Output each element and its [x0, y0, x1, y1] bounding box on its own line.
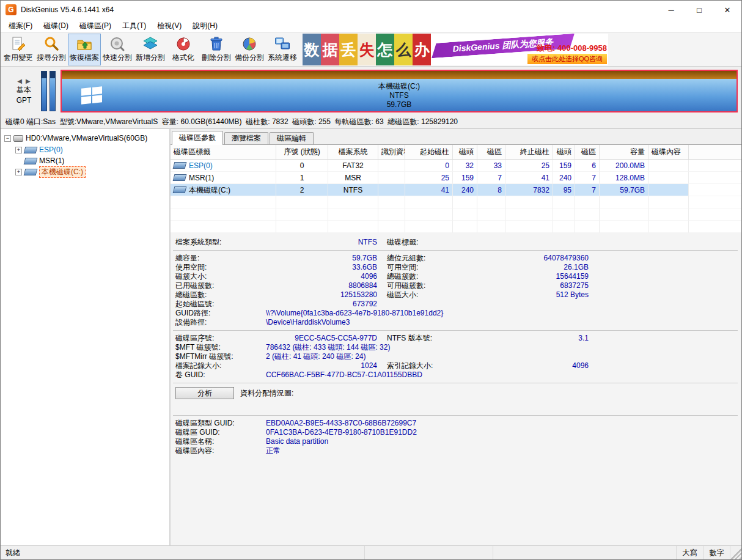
tree-root-label: HD0:VMware,VMwareVirtualS(60GB) — [26, 134, 147, 142]
row-cell — [600, 221, 648, 233]
row-cell-filler — [689, 208, 741, 221]
detail-row: 磁碟區類型 GUID:EBD0A0A2-B9E5-4433-87C0-68B6B… — [172, 419, 739, 428]
title-bar: G DiskGenius V5.4.6.1441 x64 ─ □ ✕ — [1, 1, 741, 19]
row-cell — [648, 172, 689, 184]
tool-button-label: 套用變更 — [4, 53, 33, 63]
row-cell: 33 — [477, 160, 505, 172]
partition-icon — [24, 147, 38, 153]
disk-selector-bar[interactable] — [50, 71, 56, 111]
column-header-11[interactable]: 磁碟內容 — [648, 145, 689, 159]
row-cell — [648, 208, 689, 221]
format-button[interactable]: 格式化 — [167, 34, 200, 65]
column-header-7[interactable]: 終止磁柱 — [505, 145, 553, 159]
apply-changes-button[interactable]: 套用變更 — [2, 34, 35, 65]
partition-icon — [173, 162, 187, 169]
menu-item-1[interactable]: 磁碟(D) — [38, 20, 74, 32]
table-row[interactable]: 本機磁碟(C:)2NTFS412408783295759.7GB — [171, 184, 741, 196]
detail-value: \Device\HarddiskVolume3 — [266, 318, 350, 327]
row-cell: 0 — [276, 160, 328, 172]
tab-0[interactable]: 磁碟區參數 — [172, 131, 223, 145]
row-cell — [648, 184, 689, 196]
tree-expander-icon[interactable]: + — [15, 147, 22, 153]
row-cell — [378, 221, 405, 233]
format-icon — [175, 36, 191, 52]
disk-type-label: 基本 — [17, 85, 31, 95]
partition-bar-c[interactable]: 本機磁碟(C:) NTFS 59.7GB — [61, 70, 738, 112]
detail-label: 卷 GUID: — [175, 370, 266, 380]
detail-value: 正常 — [266, 446, 281, 455]
row-cell — [575, 208, 600, 221]
menu-item-0[interactable]: 檔案(F) — [3, 20, 38, 32]
menu-item-3[interactable]: 工具(T) — [117, 20, 152, 32]
maximize-button[interactable]: □ — [685, 1, 713, 19]
table-row[interactable] — [171, 196, 741, 208]
detail-label: 磁簇大小: — [175, 272, 266, 281]
analyze-button[interactable]: 分析 — [175, 387, 234, 399]
row-label: ESP(0) — [189, 160, 213, 172]
ad-banner[interactable]: 数据丢失怎么办 DiskGenius 团队为您服务 致电: 400-008-99… — [303, 34, 608, 65]
system-migration-button[interactable]: 系統遷移 — [266, 34, 299, 65]
tree-item-2[interactable]: +本機磁碟(C:) — [1, 166, 169, 177]
column-header-10[interactable]: 容量 — [600, 145, 648, 159]
search-partition-button[interactable]: 搜尋分割 — [35, 34, 68, 65]
detail-row: 卷 GUID:CCF66BAC-F5BF-477D-BC57-C1A01155D… — [172, 370, 739, 380]
tab-1[interactable]: 瀏覽檔案 — [224, 132, 268, 144]
menu-item-2[interactable]: 磁碟區(P) — [74, 20, 117, 32]
partition-bar-header — [62, 71, 736, 79]
row-cell — [276, 208, 328, 221]
row-cell: 25 — [405, 172, 453, 184]
detail-value: 0FA1C3BA-D623-4E7B-9180-8710B1E91DD2 — [266, 428, 417, 437]
app-logo-icon: G — [6, 4, 17, 15]
detail-label: 檔案記錄大小: — [175, 361, 266, 370]
minimize-button[interactable]: ─ — [657, 1, 685, 19]
next-disk-arrow[interactable]: ▶ — [26, 78, 34, 84]
backup-partition-button[interactable]: 備份分割 — [233, 34, 266, 65]
tab-strip: 磁碟區參數瀏覽檔案磁區編輯 — [171, 129, 741, 144]
table-row[interactable] — [171, 221, 741, 233]
ad-phone-number: 致电: 400-008-9958 — [537, 43, 607, 54]
column-header-4[interactable]: 起始磁柱 — [405, 145, 453, 159]
row-cell — [477, 196, 505, 208]
detail-value: EBD0A0A2-B9E5-4433-87C0-68B6B72699C7 — [266, 419, 416, 428]
delete-partition-button[interactable]: 刪除分割 — [200, 34, 233, 65]
partition-name: 本機磁碟(C:) — [62, 81, 736, 90]
tree-item-0[interactable]: +ESP(0) — [1, 144, 169, 155]
detail-row: 磁簇大小:4096總磁簇數:15644159 — [172, 272, 739, 281]
detail-value: 786432 (磁柱: 433 磁頭: 144 磁區: 32) — [266, 343, 390, 352]
column-header-6[interactable]: 磁區 — [477, 145, 505, 159]
column-header-9[interactable]: 磁區 — [575, 145, 600, 159]
detail-value: 15644159 — [490, 272, 589, 281]
ad-char-tile: 么 — [394, 34, 413, 65]
table-row[interactable] — [171, 208, 741, 221]
detail-label: 總容量: — [175, 254, 266, 263]
tree-expander-icon[interactable]: + — [15, 169, 22, 175]
resize-grip[interactable] — [730, 546, 741, 559]
table-row[interactable]: MSR(1)1MSR251597412407128.0MB — [171, 172, 741, 184]
tree-root-item[interactable]: − HD0:VMware,VMwareVirtualS(60GB) — [1, 133, 169, 144]
recover-files-button[interactable]: 恢復檔案 — [68, 34, 101, 65]
column-header-0[interactable]: 磁碟區標籤 — [171, 145, 276, 159]
disk-selector-bars[interactable] — [41, 71, 56, 111]
prev-disk-arrow[interactable]: ◀ — [17, 78, 26, 84]
tab-2[interactable]: 磁區編輯 — [270, 132, 314, 144]
tree-item-1[interactable]: +MSR(1) — [1, 155, 169, 166]
column-header-1[interactable]: 序號 (狀態) — [276, 145, 328, 159]
disk-selector-bar[interactable] — [41, 71, 47, 111]
row-cell — [453, 196, 477, 208]
ad-qq-link[interactable]: 或点击此处选择QQ咨询 — [527, 54, 607, 64]
menu-item-5[interactable]: 說明(H) — [187, 20, 223, 32]
quick-partition-button[interactable]: 快速分割 — [101, 34, 134, 65]
row-cell — [378, 196, 405, 208]
close-button[interactable]: ✕ — [713, 1, 741, 19]
menu-item-4[interactable]: 檢視(V) — [152, 20, 187, 32]
partition-detail-panel: 磁碟區參數瀏覽檔案磁區編輯 磁碟區標籤序號 (狀態)檔案系統識別資料起始磁柱磁頭… — [171, 129, 741, 545]
detail-value: 26.1GB — [490, 263, 589, 272]
column-header-5[interactable]: 磁頭 — [453, 145, 477, 159]
new-partition-button[interactable]: 新增分割 — [134, 34, 167, 65]
column-header-3[interactable]: 識別資料 — [378, 145, 405, 159]
detail-value: 6837275 — [490, 281, 589, 290]
table-row[interactable]: ESP(0)0FAT3203233251596200.0MB — [171, 160, 741, 172]
column-header-8[interactable]: 磁頭 — [553, 145, 575, 159]
tree-collapse-icon[interactable]: − — [4, 135, 11, 142]
column-header-2[interactable]: 檔案系統 — [328, 145, 378, 159]
